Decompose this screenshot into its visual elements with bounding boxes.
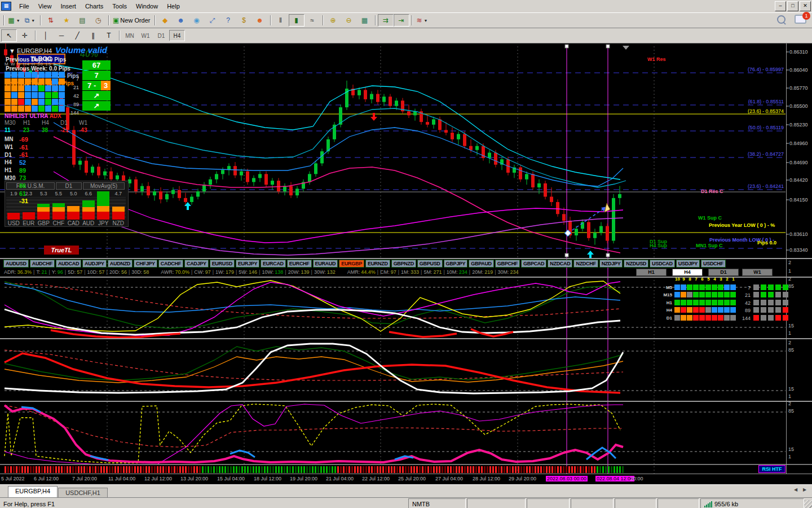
close-button[interactable]: ✕	[800, 1, 811, 11]
tf-button-w1[interactable]: W1	[138, 30, 153, 41]
timeframe-strength-rows: MN-69W1-61D1-61H452H189M30738661-31	[5, 135, 28, 205]
pair-tab-nzdjpy[interactable]: NZDJPY	[599, 260, 623, 268]
zoom-in-button[interactable]: ⊕	[325, 14, 341, 27]
menu-window[interactable]: Window	[131, 2, 162, 11]
menu-file[interactable]: File	[15, 2, 34, 11]
pair-tab-audcad[interactable]: AUDCAD	[56, 260, 81, 268]
tf-value: -61	[19, 151, 28, 158]
vertical-line-tool-button[interactable]: │	[38, 29, 54, 42]
autotrading-button[interactable]: ◉	[189, 14, 205, 27]
tf-button-d1[interactable]: D1	[153, 30, 169, 41]
crosshair-tool-button[interactable]: ✛	[17, 29, 33, 42]
pair-tab-cadchf[interactable]: CADCHF	[158, 260, 183, 268]
pair-tab-usdchf[interactable]: USDCHF	[701, 260, 726, 268]
pair-tab-euraud[interactable]: EURAUD	[313, 260, 338, 268]
data-window-button[interactable]: ▤	[74, 14, 90, 27]
pair-tab-audjpy[interactable]: AUDJPY	[82, 260, 107, 268]
metaeditor-button[interactable]: ◆	[157, 14, 173, 27]
tab-scroll-right-icon[interactable]: ▶	[801, 487, 809, 492]
htf-button-h1[interactable]: H1	[636, 269, 667, 276]
pair-tab-eurchf[interactable]: EURCHF	[287, 260, 312, 268]
auto-scroll-button[interactable]: ⇉	[378, 14, 394, 27]
zoom-out-button[interactable]: ⊖	[341, 14, 357, 27]
line-chart-button[interactable]: ≈	[304, 14, 320, 27]
community-button[interactable]: ☻	[252, 14, 268, 27]
pair-tab-nzdcad[interactable]: NZDCAD	[548, 260, 572, 268]
pair-tab-cadjpy[interactable]: CADJPY	[184, 260, 209, 268]
signal-period-number: 7	[69, 75, 79, 83]
pair-tab-gbpcad[interactable]: GBPCAD	[521, 260, 546, 268]
tf-button-h4[interactable]: H4	[169, 30, 185, 41]
text-tool-button[interactable]: T	[101, 29, 117, 42]
pair-tab-gbpnzd[interactable]: GBPNZD	[391, 260, 416, 268]
navigator-button[interactable]: ◷	[90, 14, 106, 27]
matrix-column-header: 2	[724, 277, 730, 282]
pair-tab-eurnzd[interactable]: EURNZD	[365, 260, 390, 268]
horizontal-line-tool-button[interactable]: ─	[54, 29, 69, 42]
pair-tab-eurjpy[interactable]: EURJPY	[236, 260, 259, 268]
menu-tools[interactable]: Tools	[108, 2, 131, 11]
menu-insert[interactable]: Insert	[56, 2, 81, 11]
tf-button-mn[interactable]: MN	[122, 30, 138, 41]
menu-view[interactable]: View	[34, 2, 56, 11]
pair-tab-gbpaud[interactable]: GBPAUD	[469, 260, 494, 268]
channel-tool-button[interactable]: ∥	[85, 29, 101, 42]
indicators-button[interactable]: ≋▼	[414, 14, 430, 27]
date-axis[interactable]: 5 Jul 20226 Jul 12:007 Jul 20:0011 Jul 0…	[0, 474, 812, 484]
pair-tab-usdcad[interactable]: USDCAD	[650, 260, 675, 268]
ffx-bar-stack	[97, 191, 109, 220]
grid-cell	[38, 99, 45, 105]
help-guide-icon: ?	[226, 16, 230, 24]
pair-tab-nzdchf[interactable]: NZDCHF	[573, 260, 598, 268]
notifications-icon[interactable]: 1	[795, 15, 806, 24]
minimize-button[interactable]: –	[775, 1, 786, 11]
pair-tab-usdjpy[interactable]: USDJPY	[676, 260, 700, 268]
horizontal-line-tool-icon: ─	[59, 32, 64, 40]
chart-shift-button[interactable]: ⇥	[394, 14, 409, 27]
chart-menu-icon[interactable]: ▼	[9, 47, 17, 54]
pair-tab-audnzd[interactable]: AUDNZD	[108, 260, 133, 268]
tile-windows-button[interactable]: ▦	[357, 14, 373, 27]
pair-tab-gbpusd[interactable]: GBPUSD	[417, 260, 443, 268]
pair-tab-audusd[interactable]: AUDUSD	[3, 260, 29, 268]
help-guide-button[interactable]: ?	[220, 14, 236, 27]
deposit-button[interactable]: $	[236, 14, 252, 27]
menu-help[interactable]: Help	[162, 2, 184, 11]
truetl-button[interactable]: TrueTL	[44, 246, 79, 255]
search-icon[interactable]	[777, 15, 785, 24]
matrix-right-cell	[768, 300, 774, 305]
htf-button-h4[interactable]: H4	[672, 269, 703, 276]
date-axis-label: 12 Jul 12:00	[144, 476, 172, 481]
pair-tab-chfjpy[interactable]: CHFJPY	[134, 260, 157, 268]
tab-scroll-left-icon[interactable]: ◀	[792, 487, 800, 492]
chart-tab-usdchf-h1[interactable]: USDCHF,H1	[58, 488, 108, 497]
adr-label: 20W:	[288, 269, 300, 275]
favorites-button[interactable]: ★	[59, 14, 74, 27]
pair-tab-eurusd[interactable]: EURUSD	[210, 260, 235, 268]
candlestick-chart-button[interactable]: ▮	[289, 14, 304, 27]
expert-advisors-button[interactable]: ☻	[173, 14, 189, 27]
market-watch-button[interactable]: ⇅	[43, 14, 59, 27]
pair-tab-audchf[interactable]: AUDCHF	[30, 260, 55, 268]
bar-chart-button[interactable]: ‖	[273, 14, 289, 27]
menu-charts[interactable]: Charts	[81, 2, 108, 11]
pair-tab-nzdusd[interactable]: NZDUSD	[624, 260, 648, 268]
pair-tab-eurcad[interactable]: EURCAD	[261, 260, 286, 268]
cursor-tool-button[interactable]: ↖	[1, 29, 17, 42]
adr-label: 10D:	[87, 269, 98, 275]
pair-tab-gbpchf[interactable]: GBPCHF	[495, 260, 520, 268]
htf-button-d1[interactable]: D1	[708, 269, 739, 276]
fullscreen-button[interactable]: ⤢	[205, 14, 220, 27]
pair-tab-eurgbp[interactable]: EURGBP	[339, 260, 364, 268]
ffx-currency-label: NZD	[111, 220, 126, 226]
resize-grip[interactable]	[804, 500, 812, 508]
restore-button[interactable]: □	[787, 1, 798, 11]
trendline-tool-button[interactable]: ╱	[69, 29, 85, 42]
new-order-button[interactable]: ▣New Order	[111, 14, 152, 27]
htf-button-w1[interactable]: W1	[742, 269, 773, 276]
profiles-button[interactable]: ⧉▼	[22, 14, 38, 27]
new-chart-button[interactable]: ▦▼	[6, 14, 22, 27]
pair-tab-gbpjpy[interactable]: GBPJPY	[444, 260, 468, 268]
chart-tab-eurgbp-h4[interactable]: EURGBP,H4	[8, 486, 58, 497]
signal-box-left: 7 -	[82, 81, 101, 90]
